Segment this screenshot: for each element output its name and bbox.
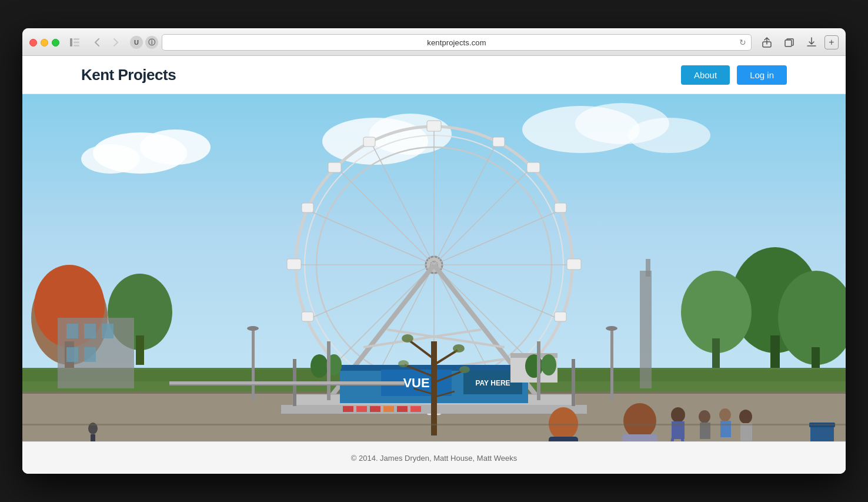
svg-point-89 <box>311 354 328 378</box>
svg-rect-36 <box>84 347 96 362</box>
svg-point-9 <box>81 144 140 174</box>
svg-rect-140 <box>356 406 367 412</box>
add-tab-button[interactable]: + <box>824 35 839 49</box>
hero-image-svg: VUE PAY HERE <box>22 94 846 441</box>
svg-rect-139 <box>343 406 353 412</box>
chrome-top-bar: U ⓘ kentprojects.com ↻ + <box>29 34 839 55</box>
svg-rect-35 <box>66 347 78 362</box>
svg-rect-73 <box>555 312 566 321</box>
svg-point-133 <box>402 334 413 343</box>
info-icon-button[interactable]: ⓘ <box>145 36 158 49</box>
hero-section: VUE PAY HERE <box>22 94 846 441</box>
site-nav: About Log in <box>681 65 787 85</box>
svg-point-98 <box>247 326 259 331</box>
svg-rect-5 <box>785 40 792 46</box>
svg-rect-96 <box>572 359 575 406</box>
share-button[interactable] <box>757 36 776 49</box>
website-content: Kent Projects About Log in <box>22 56 846 474</box>
svg-rect-34 <box>102 324 113 338</box>
svg-rect-94 <box>537 341 540 400</box>
svg-rect-71 <box>302 312 313 321</box>
svg-rect-141 <box>370 406 380 412</box>
svg-text:PAY HERE: PAY HERE <box>475 379 510 387</box>
back-button[interactable] <box>89 36 105 49</box>
sidebar-toggle-button[interactable] <box>66 36 83 49</box>
browser-window: U ⓘ kentprojects.com ↻ + <box>22 28 846 474</box>
reload-button[interactable]: ↻ <box>739 38 746 47</box>
security-icon-button[interactable]: U <box>130 36 143 49</box>
svg-rect-0 <box>70 38 72 46</box>
svg-rect-108 <box>549 437 578 441</box>
svg-point-136 <box>459 366 470 373</box>
svg-point-120 <box>699 410 710 423</box>
browser-chrome: U ⓘ kentprojects.com ↻ + <box>22 28 846 56</box>
address-bar-container: U ⓘ kentprojects.com ↻ <box>130 34 752 51</box>
nav-buttons <box>89 36 124 49</box>
download-button[interactable] <box>802 36 821 49</box>
svg-rect-101 <box>640 271 652 388</box>
svg-rect-102 <box>646 259 650 277</box>
svg-point-14 <box>628 118 710 153</box>
maximize-button[interactable] <box>52 39 59 46</box>
svg-rect-19 <box>136 335 144 365</box>
svg-point-134 <box>453 344 465 353</box>
svg-rect-25 <box>712 338 720 371</box>
svg-text:VUE: VUE <box>403 375 429 390</box>
svg-rect-33 <box>84 324 96 338</box>
svg-rect-138 <box>169 384 405 385</box>
svg-rect-58 <box>427 121 441 131</box>
svg-rect-61 <box>287 259 301 270</box>
svg-rect-3 <box>74 45 79 46</box>
svg-point-111 <box>623 403 656 438</box>
address-icons-left: U ⓘ <box>130 36 158 49</box>
svg-point-135 <box>398 360 409 367</box>
svg-rect-123 <box>720 421 731 437</box>
svg-rect-2 <box>74 42 79 44</box>
svg-rect-68 <box>363 137 375 147</box>
footer-copyright: © 2014. James Dryden, Matt House, Matt W… <box>351 454 517 463</box>
login-button[interactable]: Log in <box>737 65 787 85</box>
traffic-lights <box>29 39 59 46</box>
svg-rect-147 <box>22 424 846 425</box>
svg-rect-97 <box>252 330 255 400</box>
site-logo: Kent Projects <box>81 66 176 84</box>
minimize-button[interactable] <box>41 39 48 46</box>
forward-button[interactable] <box>108 36 124 49</box>
svg-rect-72 <box>302 203 313 212</box>
svg-rect-126 <box>431 341 437 435</box>
svg-rect-64 <box>328 162 341 172</box>
svg-rect-1 <box>74 38 79 40</box>
svg-rect-66 <box>493 137 505 147</box>
svg-point-122 <box>719 408 731 421</box>
svg-rect-125 <box>740 423 752 441</box>
site-header: Kent Projects About Log in <box>22 56 846 94</box>
svg-point-100 <box>606 326 617 331</box>
site-footer: © 2014. James Dryden, Matt House, Matt W… <box>22 441 846 474</box>
svg-rect-99 <box>610 330 613 400</box>
svg-rect-144 <box>410 406 421 412</box>
svg-point-116 <box>671 407 685 423</box>
svg-rect-32 <box>66 324 78 338</box>
svg-point-8 <box>140 129 211 165</box>
svg-point-124 <box>739 410 752 424</box>
svg-rect-143 <box>397 406 408 412</box>
about-button[interactable]: About <box>681 65 730 85</box>
svg-rect-62 <box>527 162 540 172</box>
address-bar[interactable]: kentprojects.com ↻ <box>162 34 752 51</box>
svg-rect-93 <box>327 341 330 400</box>
svg-rect-112 <box>622 434 657 441</box>
open-tabs-button[interactable] <box>780 36 799 49</box>
svg-point-92 <box>541 354 556 375</box>
svg-rect-60 <box>567 259 581 270</box>
svg-rect-137 <box>169 381 405 384</box>
svg-rect-142 <box>383 406 394 412</box>
svg-point-11 <box>369 114 452 155</box>
close-button[interactable] <box>29 39 37 46</box>
svg-rect-70 <box>555 203 566 212</box>
chrome-actions: + <box>757 35 839 49</box>
url-text: kentprojects.com <box>427 38 486 47</box>
